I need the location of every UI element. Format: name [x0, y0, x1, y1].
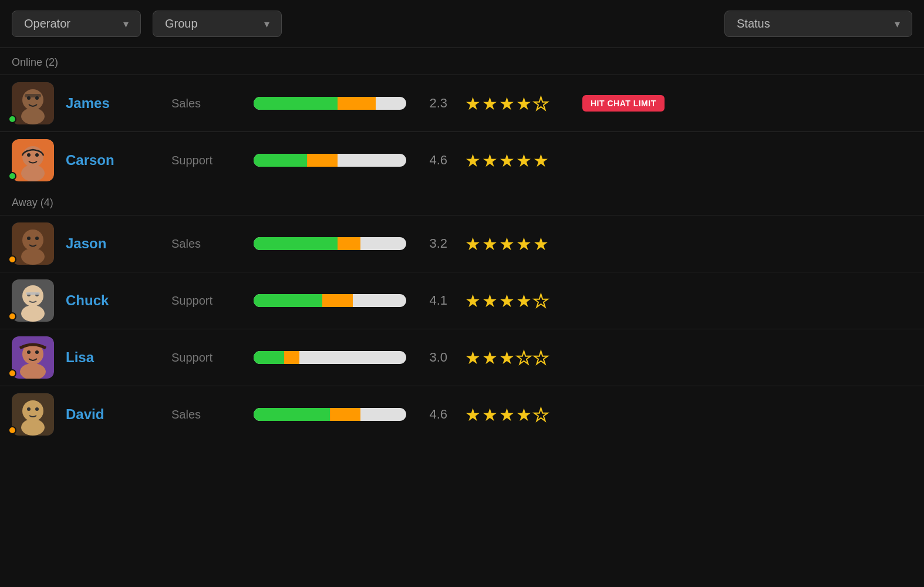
operator-stars: ★★★★★	[465, 234, 571, 254]
chat-bar-container	[254, 154, 406, 167]
operator-name[interactable]: Lisa	[66, 349, 160, 366]
operator-score: 3.0	[418, 350, 453, 365]
svg-rect-21	[26, 292, 40, 295]
chat-bar	[254, 237, 406, 250]
status-chevron-icon: ▾	[895, 18, 900, 31]
operator-stars: ★★★★★	[465, 348, 571, 368]
svg-point-2	[21, 108, 45, 124]
operator-group: Support	[171, 351, 242, 365]
star-filled: ★	[482, 234, 499, 254]
svg-point-9	[27, 153, 31, 157]
star-filled: ★	[533, 234, 550, 254]
operator-score: 4.6	[418, 407, 453, 422]
chat-bar	[254, 154, 406, 167]
group-chevron-icon: ▾	[264, 18, 269, 31]
bar-orange	[338, 97, 376, 110]
chat-bar-container	[254, 237, 406, 250]
group-filter[interactable]: Group ▾	[153, 11, 282, 37]
avatar	[12, 393, 54, 436]
operator-stars: ★★★★★	[465, 150, 571, 171]
operator-name[interactable]: Jason	[66, 235, 160, 252]
filters-bar: Operator ▾ Group ▾ Status ▾	[0, 0, 924, 48]
chat-bar	[254, 294, 406, 307]
bar-green	[254, 237, 338, 250]
status-dot-away	[8, 369, 16, 377]
avatar	[12, 82, 54, 124]
star-empty: ★	[533, 348, 550, 367]
svg-point-15	[35, 237, 39, 240]
svg-point-10	[35, 153, 39, 157]
status-dot-away	[8, 426, 16, 434]
star-filled: ★	[465, 94, 482, 113]
operator-list: Online (2) JamesSales2.3★★★★★HIT CHAT LI…	[0, 48, 924, 443]
operator-score: 4.6	[418, 153, 453, 168]
bar-green	[254, 154, 307, 167]
status-dot-away	[8, 312, 16, 321]
svg-point-1	[22, 89, 43, 110]
svg-point-31	[35, 407, 39, 411]
svg-point-29	[21, 419, 45, 436]
operator-filter[interactable]: Operator ▾	[12, 11, 141, 37]
operator-name[interactable]: James	[66, 95, 160, 112]
operator-name[interactable]: Chuck	[66, 292, 160, 309]
table-row[interactable]: DavidSales4.6★★★★★	[0, 386, 924, 443]
bar-green	[254, 351, 284, 364]
table-row[interactable]: LisaSupport3.0★★★★★	[0, 329, 924, 386]
operator-group: Sales	[171, 97, 242, 110]
avatar	[12, 279, 54, 322]
operator-score: 4.1	[418, 293, 453, 308]
chat-bar	[254, 408, 406, 421]
table-row[interactable]: CarsonSupport4.6★★★★★	[0, 131, 924, 188]
star-filled: ★	[499, 151, 516, 170]
operator-stars: ★★★★★	[465, 291, 571, 311]
bar-orange	[322, 294, 353, 307]
chat-bar	[254, 351, 406, 364]
operator-stars: ★★★★★	[465, 404, 571, 425]
star-filled: ★	[499, 234, 516, 254]
star-filled: ★	[516, 234, 533, 254]
status-dot-away	[8, 255, 16, 264]
operator-name[interactable]: Carson	[66, 152, 160, 168]
table-row[interactable]: JamesSales2.3★★★★★HIT CHAT LIMIT	[0, 75, 924, 131]
star-filled: ★	[499, 291, 516, 311]
operator-group: Support	[171, 294, 242, 308]
operator-group: Sales	[171, 237, 242, 251]
chat-bar	[254, 97, 406, 110]
star-filled: ★	[499, 348, 516, 367]
svg-point-18	[21, 305, 45, 322]
star-empty: ★	[533, 291, 550, 311]
operator-score: 2.3	[418, 96, 453, 111]
star-filled: ★	[482, 94, 499, 113]
table-row[interactable]: JasonSales3.2★★★★★	[0, 215, 924, 272]
avatar	[12, 222, 54, 265]
avatar	[12, 336, 54, 379]
star-filled: ★	[516, 291, 533, 311]
operator-stars: ★★★★★	[465, 93, 571, 114]
hit-chat-limit-badge: HIT CHAT LIMIT	[582, 95, 665, 112]
status-dot-online	[8, 172, 16, 180]
star-filled: ★	[465, 405, 482, 424]
star-filled: ★	[482, 291, 499, 311]
star-empty: ★	[533, 405, 550, 424]
chat-bar-container	[254, 408, 406, 421]
operator-group: Sales	[171, 408, 242, 421]
status-filter-label: Status	[737, 17, 770, 31]
svg-point-30	[27, 407, 31, 411]
star-filled: ★	[499, 94, 516, 113]
table-row[interactable]: ChuckSupport4.1★★★★★	[0, 272, 924, 329]
chat-bar-container	[254, 351, 406, 364]
chat-bar-container	[254, 97, 406, 110]
operator-name[interactable]: David	[66, 406, 160, 423]
bar-green	[254, 294, 322, 307]
operator-chevron-icon: ▾	[123, 18, 129, 31]
operator-score: 3.2	[418, 236, 453, 251]
operator-filter-label: Operator	[24, 17, 70, 31]
star-filled: ★	[516, 94, 533, 113]
star-empty: ★	[516, 348, 533, 367]
star-filled: ★	[465, 348, 482, 367]
status-filter[interactable]: Status ▾	[724, 11, 912, 37]
star-filled: ★	[465, 291, 482, 311]
svg-point-8	[21, 165, 45, 181]
avatar	[12, 139, 54, 181]
svg-rect-5	[25, 94, 41, 97]
